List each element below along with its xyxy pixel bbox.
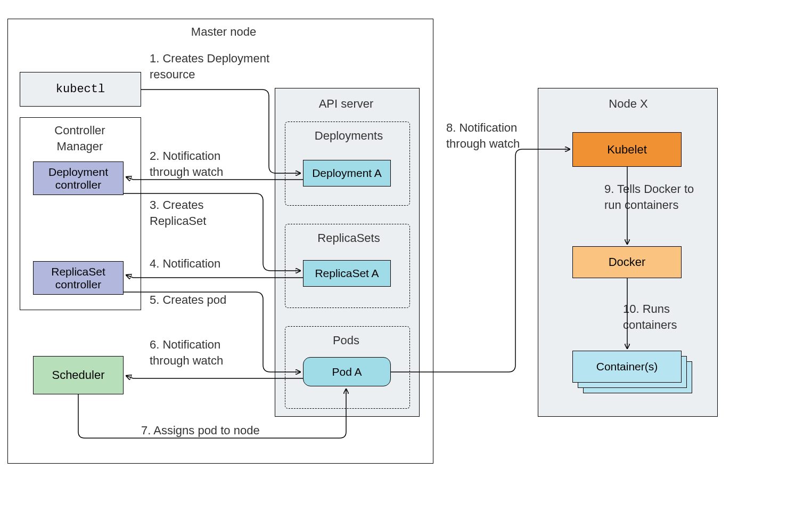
kubectl-label: kubectl (56, 83, 105, 96)
controller-manager-title: Controller Manager (43, 123, 117, 154)
containers-box: Container(s) (572, 351, 682, 383)
replicaset-a-box: ReplicaSet A (303, 260, 391, 287)
kubelet-label: Kubelet (607, 143, 647, 157)
node-x-title: Node X (596, 96, 660, 112)
step-5-label: 5. Creates pod (150, 292, 226, 308)
deployments-title: Deployments (309, 128, 389, 144)
deployment-controller-box: Deployment controller (33, 161, 124, 195)
pods-title: Pods (319, 333, 373, 349)
deployment-a-label: Deployment A (312, 167, 382, 180)
step-8-label: 8. Notification through watch (446, 120, 520, 151)
docker-box: Docker (572, 246, 682, 278)
api-server-title: API server (306, 96, 386, 112)
replicaset-a-label: ReplicaSet A (315, 267, 379, 280)
scheduler-label: Scheduler (52, 368, 104, 382)
step-2-label: 2. Notification through watch (150, 148, 223, 180)
step-9-label: 9. Tells Docker to run containers (604, 181, 694, 213)
deployment-controller-label: Deployment controller (48, 166, 108, 191)
pod-a-label: Pod A (332, 366, 362, 378)
docker-label: Docker (609, 255, 646, 269)
kubernetes-deployment-flow-diagram: Master node kubectl Controller Manager D… (0, 0, 812, 518)
replicaset-controller-box: ReplicaSet controller (33, 261, 124, 295)
step-6-label: 6. Notification through watch (150, 337, 223, 368)
containers-label: Container(s) (596, 360, 658, 373)
step-4-label: 4. Notification (150, 256, 220, 272)
replicasets-title: ReplicaSets (309, 230, 389, 246)
pod-a-box: Pod A (303, 357, 391, 386)
kubelet-box: Kubelet (572, 132, 682, 167)
step-10-label: 10. Runs containers (623, 301, 677, 333)
step-3-label: 3. Creates ReplicaSet (150, 197, 206, 229)
master-node-title: Master node (170, 24, 277, 40)
deployment-a-box: Deployment A (303, 160, 391, 187)
step-1-label: 1. Creates Deployment resource (150, 51, 269, 82)
kubectl-box: kubectl (20, 72, 141, 107)
replicaset-controller-label: ReplicaSet controller (51, 265, 105, 291)
scheduler-box: Scheduler (33, 356, 124, 394)
step-7-label: 7. Assigns pod to node (141, 423, 260, 439)
